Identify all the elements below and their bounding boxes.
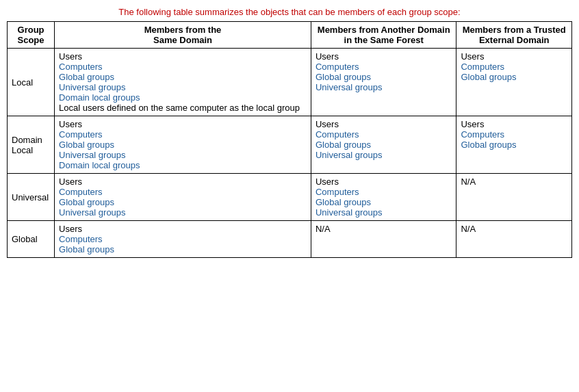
list-item: Computers xyxy=(461,129,567,140)
list-item: Computers xyxy=(59,129,307,140)
list-item: N/A xyxy=(461,177,567,187)
list-item: Universal groups xyxy=(316,150,452,160)
list-item: Universal groups xyxy=(59,207,307,218)
list-item: Computers xyxy=(59,62,307,72)
another-domain-cell: UsersComputersGlobal groupsUniversal gro… xyxy=(311,49,456,116)
col-header-trusted-domain: Members from a TrustedExternal Domain xyxy=(456,22,572,49)
list-item: Global groups xyxy=(59,72,307,82)
list-item: Computers xyxy=(316,62,452,72)
same-domain-cell: UsersComputersGlobal groups xyxy=(55,221,311,258)
scope-cell: DomainLocal xyxy=(8,116,55,174)
table-row: LocalUsersComputersGlobal groupsUniversa… xyxy=(8,49,572,116)
scope-cell: Global xyxy=(8,221,55,258)
list-item: Users xyxy=(461,51,567,62)
list-item: Computers xyxy=(59,234,307,244)
trusted-domain-cell: N/A xyxy=(456,221,572,258)
group-scope-table: GroupScope Members from theSame Domain M… xyxy=(7,21,572,258)
another-domain-cell: N/A xyxy=(311,221,456,258)
table-row: GlobalUsersComputersGlobal groupsN/AN/A xyxy=(8,221,572,258)
list-item: Global groups xyxy=(316,197,452,207)
scope-cell: Local xyxy=(8,49,55,116)
list-item: Global groups xyxy=(59,140,307,150)
list-item: Global groups xyxy=(461,140,567,150)
list-item: Global groups xyxy=(59,197,307,207)
table-row: UniversalUsersComputersGlobal groupsUniv… xyxy=(8,174,572,221)
list-item: Computers xyxy=(316,187,452,197)
list-item: Domain local groups xyxy=(59,92,307,103)
list-item: Users xyxy=(59,51,307,62)
list-item: Global groups xyxy=(59,244,307,254)
list-item: N/A xyxy=(316,224,452,234)
list-item: Universal groups xyxy=(59,82,307,92)
list-item: Domain local groups xyxy=(59,160,307,170)
list-item: Computers xyxy=(461,62,567,72)
scope-cell: Universal xyxy=(8,174,55,221)
col-header-another-domain: Members from Another Domainin the Same F… xyxy=(311,22,456,49)
list-item: Computers xyxy=(316,129,452,140)
same-domain-cell: UsersComputersGlobal groupsUniversal gro… xyxy=(55,174,311,221)
list-item: Users xyxy=(59,177,307,187)
col-header-scope: GroupScope xyxy=(8,22,55,49)
same-domain-cell: UsersComputersGlobal groupsUniversal gro… xyxy=(55,49,311,116)
trusted-domain-cell: UsersComputersGlobal groups xyxy=(456,116,572,174)
list-item: Global groups xyxy=(316,140,452,150)
another-domain-cell: UsersComputersGlobal groupsUniversal gro… xyxy=(311,174,456,221)
list-item: Users xyxy=(59,119,307,129)
trusted-domain-cell: N/A xyxy=(456,174,572,221)
list-item: Users xyxy=(316,119,452,129)
list-item: Global groups xyxy=(461,72,567,82)
list-item: Users xyxy=(461,119,567,129)
same-domain-cell: UsersComputersGlobal groupsUniversal gro… xyxy=(55,116,311,174)
list-item: Universal groups xyxy=(316,82,452,92)
list-item: Universal groups xyxy=(316,207,452,218)
list-item: Universal groups xyxy=(59,150,307,160)
caption: The following table summarizes the objec… xyxy=(7,7,572,17)
list-item: Users xyxy=(59,224,307,234)
list-item: N/A xyxy=(461,224,567,234)
list-item: Users xyxy=(316,51,452,62)
another-domain-cell: UsersComputersGlobal groupsUniversal gro… xyxy=(311,116,456,174)
col-header-same-domain: Members from theSame Domain xyxy=(55,22,311,49)
list-item: Local users defined on the same computer… xyxy=(59,103,307,113)
list-item: Computers xyxy=(59,187,307,197)
table-header-row: GroupScope Members from theSame Domain M… xyxy=(8,22,572,49)
table-row: DomainLocalUsersComputersGlobal groupsUn… xyxy=(8,116,572,174)
list-item: Global groups xyxy=(316,72,452,82)
trusted-domain-cell: UsersComputersGlobal groups xyxy=(456,49,572,116)
list-item: Users xyxy=(316,177,452,187)
